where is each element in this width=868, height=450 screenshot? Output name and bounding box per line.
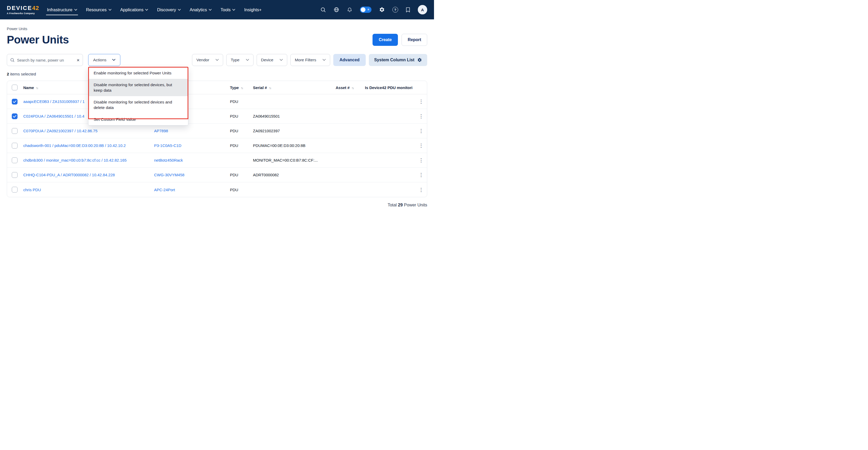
row-checkbox[interactable] (12, 158, 18, 163)
row-menu-icon[interactable]: ⋮ (417, 113, 425, 119)
report-button[interactable]: Report (402, 34, 427, 46)
search-icon[interactable] (320, 7, 326, 12)
table-row: aaapcECE0B3 / ZA1531005937 / 1 PDU ⋮ (7, 94, 427, 109)
header-type[interactable]: Type↑↓ (229, 85, 252, 90)
vendor-filter[interactable]: Vendor (192, 54, 223, 66)
power-unit-link[interactable]: aaapcECE0B3 / ZA1531005937 / 1 (23, 99, 85, 104)
user-avatar[interactable]: A (418, 5, 427, 15)
nav-item-label: Resources (86, 7, 107, 12)
logo-tagline: A Freshworks Company (7, 12, 39, 15)
row-menu-icon[interactable]: ⋮ (417, 157, 425, 163)
chevron-down-icon (74, 9, 77, 11)
nav-item-applications[interactable]: Applications (120, 7, 148, 12)
page-title: Power Units (7, 33, 69, 46)
toolbar: Search by name, power un × Actions Enabl… (7, 54, 427, 66)
device-link[interactable]: APC-24Port (154, 188, 175, 192)
chevron-down-icon (108, 9, 112, 11)
row-checkbox[interactable] (12, 128, 18, 134)
main-nav: Infrastructure Resources Applications Di… (47, 7, 261, 12)
row-menu-icon[interactable]: ⋮ (417, 172, 425, 178)
power-unit-link[interactable]: C070PDUA / ZA0921002397 / 10.42.86.75 (23, 129, 98, 133)
filter-group: Vendor Type Device More Filters Advanced (192, 54, 427, 66)
chevron-down-icon (246, 59, 249, 61)
header-monitoring[interactable]: Is Device42 PDU monitori (364, 85, 415, 90)
nav-item-label: Applications (120, 7, 144, 12)
device42-logo[interactable]: DEVICE 42 A Freshworks Company (7, 5, 39, 15)
actions-dropdown-button[interactable]: Actions (88, 54, 120, 66)
chevron-down-icon (216, 59, 219, 61)
power-unit-link[interactable]: C024PDUA / ZA0649015501 / 10.4 (23, 114, 85, 118)
row-checkbox[interactable] (12, 143, 18, 148)
row-checkbox[interactable] (12, 187, 18, 193)
power-unit-link[interactable]: chadsworth-001 / pduMac=00:0E:D3:00:20:8… (23, 143, 126, 148)
row-menu-icon[interactable]: ⋮ (417, 142, 425, 148)
serial-cell: PDUMAC=00:0E:D3:00:20:8B (252, 143, 335, 148)
theme-toggle[interactable]: ☀ (360, 6, 371, 13)
app-root: DEVICE 42 A Freshworks Company Infrastru… (0, 0, 434, 225)
device-link[interactable]: AP7898 (154, 129, 168, 133)
nav-item-tools[interactable]: Tools (220, 7, 236, 12)
nav-item-resources[interactable]: Resources (86, 7, 112, 12)
nav-item-analytics[interactable]: Analytics (190, 7, 212, 12)
advanced-button[interactable]: Advanced (333, 54, 366, 66)
select-all-checkbox[interactable] (12, 85, 18, 90)
total-count-value: 29 (398, 202, 403, 207)
nav-item-insights[interactable]: Insights+ (244, 7, 261, 12)
main-content: Power Units Power Units Create Report Se… (0, 19, 434, 214)
row-menu-icon[interactable]: ⋮ (417, 128, 425, 134)
row-checkbox[interactable] (12, 172, 18, 178)
sort-icon[interactable]: ↑↓ (36, 86, 38, 90)
bell-icon[interactable] (347, 7, 352, 12)
power-unit-link[interactable]: chris PDU (23, 188, 41, 192)
selection-status: 2items selected (7, 72, 427, 77)
clear-search-icon[interactable]: × (76, 58, 80, 63)
power-unit-link[interactable]: CHHQ-C104-PDU_A / ADRT0000082 / 10.42.84… (23, 173, 115, 177)
device-filter-label: Device (261, 58, 273, 62)
row-menu-icon[interactable]: ⋮ (417, 99, 425, 105)
table-row: chdbnb300 / monitor_mac=00:c0:b7:8c:cf:c… (7, 153, 427, 168)
menu-item-disable-delete-data[interactable]: Disable monitoring for selected devices … (88, 96, 188, 113)
type-filter[interactable]: Type (226, 54, 253, 66)
menu-item-set-custom-field[interactable]: Set Custom Field Value (88, 113, 188, 125)
sort-icon[interactable]: ↑↓ (241, 86, 243, 90)
row-checkbox[interactable] (12, 113, 18, 119)
table-row: chris PDU APC-24Port PDU ⋮ (7, 182, 427, 197)
selection-count: 2 (7, 72, 9, 76)
header-asset[interactable]: Asset #↑↓ (335, 85, 364, 90)
device-filter[interactable]: Device (257, 54, 287, 66)
type-cell: PDU (229, 143, 252, 148)
menu-item-disable-keep-data[interactable]: Disable monitoring for selected devices,… (88, 79, 188, 96)
chevron-down-icon (112, 59, 115, 61)
type-cell: PDU (229, 173, 252, 177)
header-serial[interactable]: Serial #↑↓ (252, 85, 335, 90)
sort-icon[interactable]: ↑↓ (269, 86, 271, 90)
nav-item-discovery[interactable]: Discovery (157, 7, 181, 12)
row-menu-icon[interactable]: ⋮ (417, 187, 425, 193)
theme-toggle-knob (361, 7, 366, 12)
search-value: Search by name, power un (17, 58, 74, 62)
menu-item-enable-monitoring[interactable]: Enable monitoring for selected Power Uni… (88, 67, 188, 79)
type-filter-label: Type (231, 58, 240, 62)
more-filters-button[interactable]: More Filters (290, 54, 330, 66)
create-button[interactable]: Create (373, 34, 398, 46)
logo-42-text: 42 (32, 5, 39, 11)
globe-icon[interactable] (334, 7, 339, 12)
breadcrumb[interactable]: Power Units (7, 27, 427, 31)
total-count-text: Total 29 Power Units (7, 202, 427, 207)
vendor-filter-label: Vendor (196, 58, 209, 62)
bookmark-icon[interactable] (406, 7, 410, 12)
power-unit-link[interactable]: chdbnb300 / monitor_mac=00:c0:b7:8c:cf:c… (23, 158, 127, 162)
device-link[interactable]: P3-1C0A5-C1D (154, 143, 181, 148)
gear-icon[interactable] (379, 7, 385, 12)
row-checkbox[interactable] (12, 99, 18, 105)
nav-item-infrastructure[interactable]: Infrastructure (47, 7, 77, 12)
search-input[interactable]: Search by name, power un × (7, 54, 83, 66)
device-link[interactable]: netBotz450Rack (154, 158, 183, 162)
system-column-list-button[interactable]: System Column List (369, 54, 427, 66)
sort-icon[interactable]: ↑↓ (351, 86, 353, 90)
type-cell: PDU (229, 114, 252, 118)
device-link[interactable]: CWG-30VYM458 (154, 173, 184, 177)
table-row: C070PDUA / ZA0921002397 / 10.42.86.75 AP… (7, 124, 427, 138)
more-filters-label: More Filters (295, 58, 316, 62)
help-icon[interactable]: ? (393, 7, 398, 12)
